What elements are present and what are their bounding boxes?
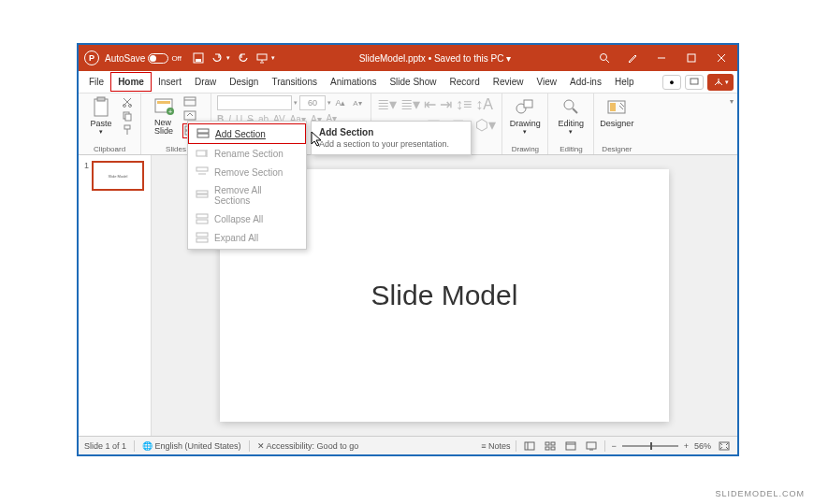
format-painter-icon[interactable] <box>120 123 135 137</box>
svg-point-12 <box>124 105 126 108</box>
tab-transitions[interactable]: Transitions <box>265 73 324 91</box>
undo-chevron-icon[interactable]: ▾ <box>226 54 230 62</box>
normal-view-icon[interactable] <box>522 439 537 453</box>
cut-icon[interactable] <box>120 95 135 108</box>
reading-view-icon[interactable] <box>563 439 578 453</box>
autosave-label: AutoSave <box>105 53 145 64</box>
menu-add-section[interactable]: Add Section <box>188 123 306 144</box>
cursor-icon <box>311 131 324 148</box>
comments-mode-button[interactable] <box>685 75 704 90</box>
undo-icon[interactable] <box>210 50 225 65</box>
svg-rect-11 <box>97 97 105 101</box>
layout-icon[interactable] <box>182 95 197 108</box>
group-designer: Designer Designer <box>594 94 639 154</box>
tab-addins[interactable]: Add-ins <box>563 73 608 91</box>
tab-animations[interactable]: Animations <box>324 73 383 91</box>
svg-rect-49 <box>551 447 555 450</box>
close-button[interactable] <box>711 49 732 67</box>
find-icon <box>560 95 582 118</box>
svg-rect-2 <box>257 54 267 60</box>
redo-icon[interactable] <box>236 50 251 65</box>
titlebar: P AutoSave Off ▾ ▾ SlideModel.pptx • Sav… <box>79 45 737 71</box>
sorter-view-icon[interactable] <box>543 439 558 453</box>
drawing-button[interactable]: Drawing▾ <box>508 95 542 136</box>
present-icon[interactable] <box>254 50 269 65</box>
editing-button[interactable]: Editing▾ <box>554 95 588 136</box>
tab-draw[interactable]: Draw <box>188 73 223 91</box>
tab-home[interactable]: Home <box>110 72 152 92</box>
zoom-slider[interactable] <box>622 445 678 447</box>
font-family-combo[interactable] <box>217 95 292 110</box>
svg-rect-43 <box>196 238 208 242</box>
group-drawing-label: Drawing <box>508 145 542 154</box>
group-clipboard: Paste ▾ Clipboard <box>79 94 141 154</box>
svg-rect-1 <box>196 59 201 62</box>
tab-design[interactable]: Design <box>223 73 265 91</box>
new-slide-button[interactable]: + New Slide <box>147 95 181 136</box>
tab-file[interactable]: File <box>82 73 110 91</box>
thumb-number: 1 <box>84 161 89 191</box>
indent-left-icon[interactable]: ⇤ <box>424 95 436 113</box>
smartart-icon[interactable]: ⬡▾ <box>475 116 496 134</box>
pen-icon[interactable] <box>625 50 640 65</box>
record-mode-button[interactable]: ● <box>662 75 681 90</box>
save-icon[interactable] <box>191 50 206 65</box>
app-icon: P <box>84 50 99 65</box>
window-title: SlideModel.pptx • Saved to this PC ▾ <box>275 53 595 64</box>
maximize-button[interactable] <box>681 49 702 67</box>
svg-rect-47 <box>551 442 555 445</box>
increase-font-icon[interactable]: A▴ <box>333 96 348 109</box>
slideshow-view-icon[interactable] <box>584 439 599 453</box>
bullets-icon[interactable]: ≣▾ <box>377 95 397 113</box>
thumbnail-pane[interactable]: 1 Slide Model <box>79 155 152 436</box>
share-button[interactable]: ▾ <box>707 74 734 91</box>
tab-record[interactable]: Record <box>443 73 486 91</box>
svg-point-13 <box>129 105 132 108</box>
svg-rect-38 <box>196 191 208 194</box>
autosave-switch[interactable] <box>148 53 168 64</box>
statusbar: Slide 1 of 1 🌐 English (United States) ✕… <box>79 436 737 454</box>
zoom-out-button[interactable]: − <box>611 441 616 451</box>
notes-button[interactable]: ≡ Notes <box>481 441 510 451</box>
group-editing: Editing▾ Editing <box>548 94 594 154</box>
accessibility-indicator[interactable]: ✕ Accessibility: Good to go <box>257 441 359 451</box>
svg-line-29 <box>573 108 577 113</box>
search-icon[interactable] <box>597 50 612 65</box>
new-slide-icon: + <box>153 95 175 118</box>
indent-right-icon[interactable]: ⇥ <box>440 95 452 113</box>
svg-rect-50 <box>566 442 575 450</box>
tab-view[interactable]: View <box>531 73 564 91</box>
fit-to-window-icon[interactable] <box>717 439 732 453</box>
slide-title-text[interactable]: Slide Model <box>371 280 518 311</box>
svg-rect-10 <box>94 99 108 116</box>
text-direction-icon[interactable]: ↕A <box>475 96 493 113</box>
watermark: SLIDEMODEL.COM <box>715 489 805 498</box>
tab-help[interactable]: Help <box>608 73 641 91</box>
svg-rect-42 <box>196 233 208 237</box>
tab-slideshow[interactable]: Slide Show <box>383 73 443 91</box>
group-clipboard-label: Clipboard <box>84 145 135 154</box>
tab-insert[interactable]: Insert <box>152 73 188 91</box>
svg-rect-41 <box>196 220 208 223</box>
paste-button[interactable]: Paste ▾ <box>84 95 118 136</box>
slide-indicator[interactable]: Slide 1 of 1 <box>84 441 126 451</box>
svg-rect-36 <box>196 167 208 171</box>
slide-thumbnail[interactable]: Slide Model <box>92 161 144 191</box>
designer-button[interactable]: Designer <box>600 95 633 128</box>
menu-remove-all-sections: Remove All Sections <box>188 181 306 209</box>
rename-section-icon <box>196 148 209 159</box>
tab-review[interactable]: Review <box>487 73 531 91</box>
autosave-toggle[interactable]: AutoSave Off <box>105 53 182 64</box>
decrease-font-icon[interactable]: A▾ <box>350 96 365 109</box>
line-spacing-icon[interactable]: ↕≡ <box>456 96 472 113</box>
zoom-in-button[interactable]: + <box>684 441 689 451</box>
zoom-level[interactable]: 56% <box>694 441 711 451</box>
collapse-ribbon-icon[interactable]: ▾ <box>730 97 734 106</box>
copy-icon[interactable] <box>120 109 135 122</box>
numbering-icon[interactable]: ≣▾ <box>400 95 420 113</box>
language-indicator[interactable]: 🌐 English (United States) <box>142 441 241 451</box>
font-size-combo[interactable] <box>299 95 326 110</box>
minimize-button[interactable] <box>651 49 672 67</box>
svg-rect-31 <box>610 103 616 111</box>
svg-rect-46 <box>545 442 549 445</box>
